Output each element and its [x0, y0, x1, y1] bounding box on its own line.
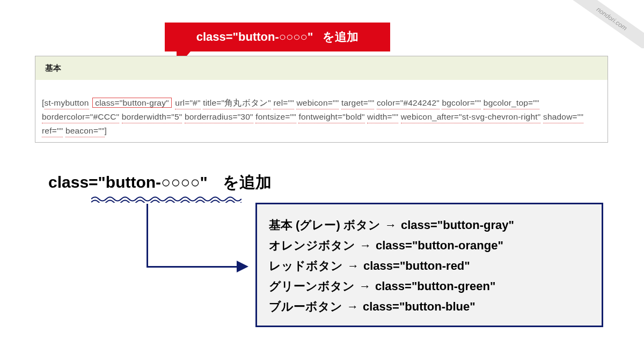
- mapping-row: 基本 (グレー) ボタン→class="button-gray": [269, 215, 590, 235]
- watermark-text: nondori.com: [559, 0, 644, 48]
- highlighted-class-attr: class="button-gray": [92, 98, 172, 108]
- callout-banner: class="button-○○○○" を追加: [165, 23, 390, 51]
- mapping-class: class="button-gray": [401, 218, 514, 232]
- mapping-label: ブルーボタン: [269, 300, 342, 313]
- editor-title: 基本: [35, 56, 608, 80]
- mapping-class: class="button-orange": [376, 239, 503, 252]
- mapping-label: オレンジボタン: [269, 239, 355, 252]
- heading-row: class="button-○○○○" を追加: [48, 172, 272, 194]
- class-mapping-box: 基本 (グレー) ボタン→class="button-gray"オレンジボタン→…: [255, 203, 603, 327]
- arrow-right-icon: →: [359, 279, 371, 293]
- mapping-class: class="button-blue": [363, 300, 475, 313]
- mapping-label: 基本 (グレー) ボタン: [269, 218, 380, 232]
- shortcode-text: [st-mybutton class="button-gray" url="#"…: [42, 96, 601, 138]
- mapping-label: グリーンボタン: [269, 279, 355, 293]
- mapping-class: class="button-green": [375, 279, 495, 293]
- heading-code: class="button-○○○○": [48, 173, 208, 191]
- editor-panel: 基本 [st-mybutton class="button-gray" url=…: [35, 56, 608, 143]
- mapping-row: レッドボタン→class="button-red": [269, 256, 590, 276]
- mapping-class: class="button-red": [363, 259, 470, 272]
- arrow-right-icon: →: [347, 300, 358, 313]
- mapping-row: ブルーボタン→class="button-blue": [269, 297, 590, 317]
- mapping-label: レッドボタン: [269, 259, 343, 272]
- heading-note: を追加: [223, 172, 272, 194]
- arrow-right-icon: →: [347, 259, 359, 272]
- arrow-right-icon: →: [385, 218, 397, 232]
- mapping-row: オレンジボタン→class="button-orange": [269, 235, 590, 256]
- watermark-ribbon: nondori.com: [542, 0, 644, 48]
- callout-code: class="button-○○○○": [196, 30, 313, 44]
- arrow-right-icon: →: [360, 239, 371, 252]
- callout-note: を追加: [323, 29, 358, 45]
- wavy-underline-icon: [91, 195, 241, 203]
- mapping-row: グリーンボタン→class="button-green": [269, 276, 590, 297]
